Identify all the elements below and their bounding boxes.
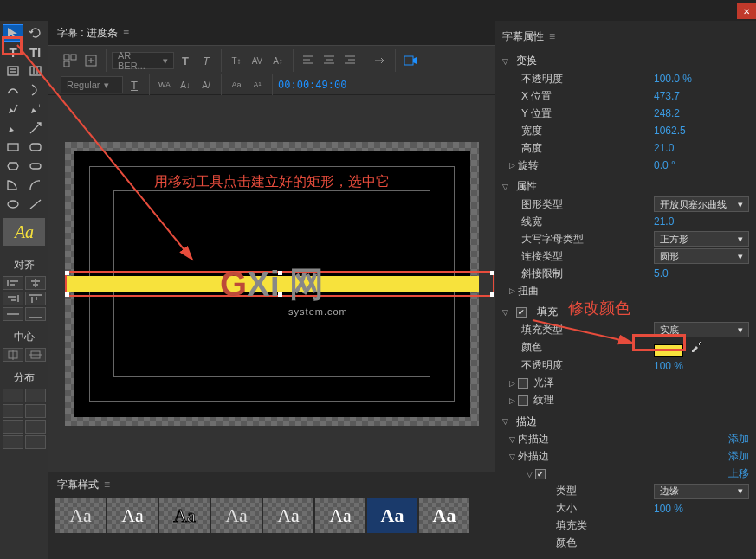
line-width-value[interactable]: 21.0 (654, 215, 749, 228)
opacity-label: 不透明度 (521, 72, 654, 87)
panel-menu-icon[interactable]: ≡ (104, 479, 110, 491)
stroke-size-value[interactable]: 100 % (654, 503, 749, 515)
current-style-swatch[interactable]: Aa (3, 218, 45, 246)
rotation-value[interactable]: 0.0 (654, 159, 749, 171)
panel-menu-icon[interactable]: ≡ (549, 30, 555, 42)
add-anchor-tool[interactable]: + (25, 100, 46, 118)
style-swatch[interactable]: Aa (315, 498, 365, 533)
x-position-value[interactable]: 473.7 (654, 90, 749, 102)
outer-stroke-add-link[interactable]: 添加 (728, 449, 749, 464)
style-swatch[interactable]: Aa (159, 498, 210, 533)
superscript-button[interactable]: A¹ (248, 75, 267, 94)
tracking-button[interactable]: WA (155, 75, 174, 94)
path-type-tool[interactable] (3, 81, 23, 99)
clipped-rectangle-tool[interactable] (3, 157, 23, 175)
font-family-select[interactable]: AR BER...▾ (112, 52, 174, 69)
tab-stops-button[interactable] (371, 51, 390, 70)
show-video-button[interactable] (401, 51, 420, 70)
timecode-display[interactable]: 00:00:49:00 (278, 79, 346, 91)
close-window-button[interactable]: ✕ (737, 3, 756, 19)
texture-checkbox[interactable] (518, 395, 528, 406)
font-style-select[interactable]: Regular▾ (61, 76, 123, 93)
cap-type-select[interactable]: 正方形▾ (654, 231, 749, 247)
distribute-h-center-button[interactable] (25, 389, 46, 402)
panel-menu-icon[interactable]: ≡ (123, 27, 129, 39)
stroke-section[interactable]: ▽描边 (502, 414, 749, 429)
area-type-tool[interactable] (3, 62, 23, 80)
align-hcenter-button[interactable] (25, 276, 46, 290)
align-left-text-button[interactable] (299, 51, 318, 70)
distribute-even-v-button[interactable] (25, 435, 46, 449)
baseline-button[interactable]: A↓ (176, 75, 195, 94)
progress-bar-shape[interactable] (65, 276, 479, 292)
eyedropper-icon[interactable] (689, 339, 703, 353)
style-swatch[interactable]: Aa (55, 498, 106, 533)
align-top-button[interactable] (25, 292, 46, 305)
stroke-color-label: 颜色 (556, 536, 749, 550)
title-canvas[interactable]: 用移动工具点击建立好的矩形，选中它 GXi 网 system.com (48, 95, 495, 472)
svg-rect-32 (64, 55, 69, 60)
center-h-button[interactable] (3, 348, 23, 362)
sheen-checkbox[interactable] (518, 378, 528, 389)
distribute-even-h-button[interactable] (3, 435, 23, 449)
y-position-value[interactable]: 248.2 (654, 107, 749, 119)
rounded-rectangle-tool[interactable] (25, 138, 46, 156)
line-tool[interactable] (25, 196, 46, 213)
underline-button[interactable]: T (125, 75, 144, 94)
height-value[interactable]: 21.0 (654, 142, 749, 154)
inner-stroke-add-link[interactable]: 添加 (728, 432, 749, 447)
distribute-v-bottom-button[interactable] (25, 420, 46, 434)
vertical-path-type-tool[interactable] (25, 81, 46, 99)
bold-button[interactable]: T (176, 51, 195, 70)
transform-section[interactable]: ▽变换 (502, 54, 749, 68)
style-swatch[interactable]: Aa (211, 498, 262, 533)
ellipse-tool[interactable] (3, 196, 23, 213)
arc-tool[interactable] (25, 177, 46, 194)
join-type-select[interactable]: 圆形▾ (654, 248, 749, 264)
roll-crawl-button[interactable] (81, 51, 100, 70)
move-up-link[interactable]: 上移 (728, 466, 749, 481)
vertical-area-type-tool[interactable] (25, 62, 46, 80)
align-center-text-button[interactable] (320, 51, 339, 70)
align-bottom-button[interactable] (25, 307, 46, 321)
style-swatch[interactable]: Aa (419, 498, 469, 533)
fill-opacity-value[interactable]: 100 % (654, 360, 749, 372)
delete-anchor-tool[interactable]: − (3, 119, 23, 137)
align-right-button[interactable] (3, 292, 23, 305)
leading-button[interactable]: A↕ (268, 51, 288, 70)
rectangle-tool[interactable] (3, 138, 23, 156)
rotate-tool[interactable] (25, 24, 46, 42)
distribute-h-left-button[interactable] (3, 389, 23, 402)
center-v-button[interactable] (25, 348, 46, 362)
distribute-v-center-button[interactable] (3, 420, 23, 434)
width-value[interactable]: 1062.5 (654, 125, 749, 137)
chevron-down-icon: ▾ (738, 251, 743, 262)
align-vcenter-button[interactable] (3, 307, 23, 321)
vertical-type-tool[interactable]: IT (25, 43, 46, 61)
outer-stroke-checkbox[interactable] (535, 469, 546, 479)
miter-limit-value[interactable]: 5.0 (654, 267, 749, 280)
convert-anchor-tool[interactable] (25, 119, 46, 137)
fill-checkbox[interactable] (516, 307, 527, 318)
align-right-text-button[interactable] (340, 51, 359, 70)
wedge-tool[interactable] (3, 177, 23, 194)
graphic-type-select[interactable]: 开放贝塞尔曲线▾ (654, 196, 749, 212)
canvas-checkerboard: 用移动工具点击建立好的矩形，选中它 GXi 网 system.com (65, 142, 479, 426)
style-swatch[interactable]: Aa (367, 498, 417, 533)
templates-button[interactable] (61, 51, 80, 70)
pen-tool[interactable] (3, 100, 23, 118)
rounded-clip-tool[interactable] (25, 157, 46, 175)
small-caps-button[interactable]: Aa (227, 75, 246, 94)
slant-button[interactable]: A/ (197, 75, 216, 94)
distribute-v-top-button[interactable] (25, 404, 46, 418)
distribute-h-right-button[interactable] (3, 404, 23, 418)
font-size-button[interactable]: T↕ (227, 51, 246, 70)
attributes-section[interactable]: ▽属性 (502, 179, 749, 194)
kerning-button[interactable]: AV (248, 51, 267, 70)
style-swatch[interactable]: Aa (263, 498, 313, 533)
align-left-button[interactable] (3, 276, 23, 290)
opacity-value[interactable]: 100.0 % (654, 73, 749, 85)
italic-button[interactable]: T (197, 51, 216, 70)
style-swatch[interactable]: Aa (107, 498, 158, 533)
stroke-type-select[interactable]: 边缘▾ (654, 484, 749, 499)
